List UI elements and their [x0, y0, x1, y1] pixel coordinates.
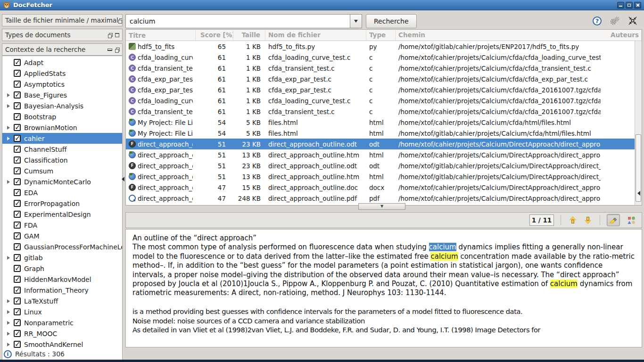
tree-item[interactable]: Linux	[2, 306, 122, 317]
table-row[interactable]: cfda_loading_curve_test 61 1 KB cfda_loa…	[126, 95, 635, 106]
tree-item[interactable]: AppliedStats	[2, 68, 122, 79]
search-history-dropdown[interactable]	[350, 14, 362, 28]
table-row[interactable]: direct_approach_outline 51 23 KB direct_…	[126, 160, 635, 171]
column-header-score[interactable]: Score [%]	[196, 30, 233, 41]
tree-item[interactable]: EDA	[2, 187, 122, 198]
checkbox[interactable]	[14, 135, 21, 142]
checkbox[interactable]	[14, 222, 21, 229]
tree-item[interactable]: Classification	[2, 155, 122, 165]
table-row[interactable]: cfda_loading_curve_test 61 1 KB cfda_loa…	[126, 52, 635, 63]
checkbox[interactable]	[14, 178, 21, 185]
scroll-down-button[interactable]: ▼	[358, 203, 405, 210]
tree-item[interactable]: Bayesian-Analysis	[2, 100, 122, 111]
tree-item[interactable]: FDA	[2, 220, 122, 230]
table-row[interactable]: direct_approach_outline 51 13 KB direct_…	[126, 171, 635, 182]
close-button[interactable]	[634, 2, 641, 8]
checkbox[interactable]	[14, 297, 21, 304]
table-row[interactable]: cfda_exp_par_test 61 1 KB cfda_exp_par_t…	[126, 84, 635, 95]
checkbox[interactable]	[14, 287, 21, 294]
minimize-button[interactable]	[617, 2, 624, 8]
maximize-button[interactable]	[626, 2, 633, 8]
tree-item[interactable]: GAM	[2, 230, 122, 241]
column-header-auteurs[interactable]: Auteurs	[608, 30, 642, 41]
table-row[interactable]: My Project: File List 54 5 KB files.html…	[126, 117, 635, 128]
page-indicator[interactable]: 1 / 11	[529, 214, 554, 226]
checkbox[interactable]	[14, 308, 21, 315]
checkbox[interactable]	[14, 211, 21, 218]
expander-arrow-icon[interactable]	[7, 332, 14, 336]
checkbox[interactable]	[14, 189, 21, 196]
table-row[interactable]: direct_approach_outline 47 15 KB direct_…	[126, 182, 635, 193]
sash-collapse-left-icon[interactable]	[122, 177, 124, 181]
table-row[interactable]: cfda_transient_test 61 1 KB cfda_transie…	[126, 106, 635, 117]
tree-item[interactable]: Information_Theory	[2, 285, 122, 296]
previous-match-button[interactable]	[568, 215, 578, 225]
restore-icon[interactable]	[118, 18, 123, 23]
tree-item[interactable]: ChannelStuff	[2, 144, 122, 155]
expander-arrow-icon[interactable]	[7, 126, 14, 130]
tree-item[interactable]: Graph	[2, 263, 122, 274]
expander-arrow-icon[interactable]	[7, 137, 14, 140]
search-button[interactable]: Recherche	[366, 14, 417, 28]
checkbox[interactable]	[14, 319, 21, 326]
tree-item[interactable]: BrownianMotion	[2, 122, 122, 133]
checkbox[interactable]	[14, 102, 21, 109]
tree-item[interactable]: Base_Figures	[2, 90, 122, 100]
sash-collapse-right-icon[interactable]	[637, 191, 640, 196]
expander-arrow-icon[interactable]	[7, 256, 14, 260]
checkbox[interactable]	[14, 330, 21, 337]
panel-filesize[interactable]: Taille de fichier minimale / maximal	[2, 14, 123, 26]
expander-arrow-icon[interactable]	[7, 299, 14, 303]
tree-item[interactable]: DynamicMonteCarlo	[2, 176, 122, 187]
expander-arrow-icon[interactable]	[7, 343, 14, 346]
column-header-titre[interactable]: Titre	[126, 30, 196, 41]
collapse-icon[interactable]	[107, 49, 112, 51]
tree-item[interactable]: cahier	[2, 133, 122, 144]
preferences-gears-icon[interactable]	[609, 16, 620, 25]
checkbox[interactable]	[14, 341, 21, 348]
checkbox[interactable]	[14, 146, 21, 153]
preview-mode-button[interactable]	[625, 214, 638, 226]
checkbox[interactable]	[14, 167, 21, 174]
expander-arrow-icon[interactable]	[7, 180, 14, 184]
column-header-taille[interactable]: Taille	[233, 30, 265, 41]
table-row[interactable]: direct_approach_outline 51 23 KB direct_…	[126, 139, 635, 149]
checkbox[interactable]	[14, 70, 21, 77]
table-row[interactable]: hdf5_to_fits 65 1 KB hdf5_to_fits.py py …	[126, 41, 635, 52]
checkbox[interactable]	[14, 200, 21, 207]
tree-item[interactable]: ExperimentalDesign	[2, 209, 122, 220]
expander-arrow-icon[interactable]	[7, 93, 14, 97]
column-header-type[interactable]: Type	[366, 30, 396, 41]
restore-icon[interactable]	[115, 48, 119, 52]
checkbox[interactable]	[14, 254, 21, 261]
expander-arrow-icon[interactable]	[7, 310, 14, 314]
maximize-icon[interactable]	[115, 33, 119, 37]
tree-item[interactable]: Asymptotics	[2, 79, 122, 90]
checkbox[interactable]	[14, 113, 21, 120]
tree-item[interactable]: RR_MOOC	[2, 328, 122, 339]
checkbox[interactable]	[14, 59, 21, 66]
panel-doctypes[interactable]: Types de documents	[2, 29, 123, 41]
table-row[interactable]: My Project: File List 54 5 KB files.html…	[126, 128, 635, 139]
next-match-button[interactable]	[583, 215, 593, 225]
tree-item[interactable]: Cumsum	[2, 165, 122, 176]
tree-item[interactable]: GaussianProcessForMachineLea	[2, 241, 122, 252]
expander-arrow-icon[interactable]	[7, 321, 14, 325]
tree-item[interactable]: Nonparametric	[2, 317, 122, 328]
tree-item[interactable]: ErrorPropagation	[2, 198, 122, 209]
expander-arrow-icon[interactable]	[7, 104, 14, 108]
tree-item[interactable]: LaTeXstuff	[2, 296, 122, 306]
checkbox[interactable]	[14, 243, 21, 250]
tree-item[interactable]: Adapt	[2, 57, 122, 68]
restore-icon[interactable]	[108, 33, 112, 37]
checkbox[interactable]	[14, 265, 21, 272]
checkbox[interactable]	[14, 276, 21, 283]
table-row[interactable]: cfda_transient_test 61 1 KB cfda_transie…	[126, 63, 635, 74]
checkbox[interactable]	[14, 232, 21, 239]
table-vertical-scrollbar[interactable]	[635, 41, 642, 205]
help-icon[interactable]: ?	[593, 16, 602, 25]
table-row[interactable]: direct_approach_outline 51 13 KB direct_…	[126, 149, 635, 160]
highlight-toggle-button[interactable]	[607, 214, 620, 226]
tree-item[interactable]: Bootstrap	[2, 111, 122, 122]
checkbox[interactable]	[14, 124, 21, 131]
